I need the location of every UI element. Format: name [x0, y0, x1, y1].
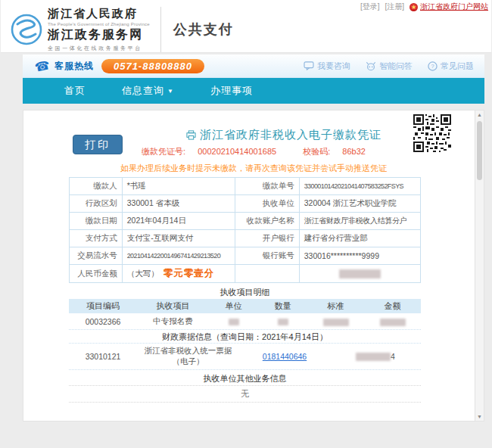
field-value: 330016**********9999 — [300, 247, 420, 264]
item-name: 中专报名费 — [137, 316, 209, 327]
question-circle-icon: ? — [428, 61, 438, 71]
info-row: 缴款人 *书瑶 缴款单号 3300010142021041407583252FS… — [70, 178, 420, 195]
voucher-number: 00020210414001685 — [198, 147, 276, 156]
info-row: 支付方式 支付宝-互联网支付 开户银行 建行省分行营业部 — [70, 230, 420, 247]
field-label: 人民币金额 — [70, 265, 123, 282]
faq-link[interactable]: ? 常见问题 — [428, 61, 474, 72]
chevron-down-icon: ▼ — [167, 88, 174, 95]
redacted-amount — [364, 316, 421, 325]
amount-value: （大写） 零元零壹分 — [123, 265, 235, 282]
divider — [69, 402, 421, 403]
nav-transact[interactable]: 办理事项 — [210, 84, 253, 98]
phone-icon: ☎ — [33, 58, 51, 75]
field-label — [235, 265, 300, 282]
field-label: 交易流水号 — [70, 247, 123, 264]
col-header: 单位 — [209, 300, 258, 312]
bill-name: 浙江省非税收入统一票据（电子） — [137, 346, 239, 367]
scrollbar[interactable]: ▲ ▼ — [475, 110, 484, 421]
redacted-amount — [300, 265, 420, 282]
site-tagline: 全国一体化在线政务服务平台 — [48, 45, 150, 52]
receipt-title: 浙江省政府非税收入电子缴款凭证 — [200, 128, 381, 142]
voucher-line: 缴款凭证号:00020210414001685 校验码:86b32 — [84, 146, 423, 157]
redacted-quantity — [258, 317, 307, 326]
account-bar: [登录] [注册] ★ 浙江省政府门户网站 — [360, 2, 488, 12]
nav-info-query[interactable]: 信息查询 ▼ — [122, 84, 174, 98]
field-label: 执收单位 — [235, 195, 300, 212]
field-value: *书瑶 — [123, 178, 235, 194]
redacted-standard — [307, 316, 364, 325]
redacted-bill-amount: 4 — [330, 352, 421, 362]
field-label: 缴款日期 — [70, 213, 123, 229]
field-value: 建行省分行营业部 — [300, 230, 420, 247]
item-code: 00032366 — [69, 317, 137, 326]
redacted-unit — [209, 317, 258, 326]
info-row: 缴款日期 2021年04月14日 收款账户名称 浙江省财政厅非税收入结算分户 — [70, 213, 420, 230]
col-header: 金额 — [364, 300, 421, 312]
field-value: 3300010142021041407583252FSYS — [300, 178, 420, 194]
site-header: [登录] [注册] ★ 浙江省政府门户网站 浙江省人民政府 The People… — [1, 0, 491, 53]
field-value: 330001 省本级 — [123, 195, 235, 212]
field-value: 浙江省财政厅非税收入结算分户 — [300, 213, 420, 229]
other-content: 无 — [69, 388, 421, 400]
receipt-title-row: 浙江省政府非税收入电子缴款凭证 — [129, 128, 438, 142]
field-value: 支付宝-互联网支付 — [123, 230, 235, 247]
site-brand: 浙江省人民政府 The People's Government of Zheji… — [10, 7, 234, 52]
col-header: 项目编码 — [69, 300, 137, 312]
warning-text: 如果办理后续业务时提示未缴款，请再次查询该凭证并尝试手动推送凭证 — [54, 163, 453, 174]
field-label: 银行账号 — [235, 247, 300, 264]
items-section-title: 执收项目明细 — [69, 287, 421, 298]
bill-section-title: 财政票据信息（查询日期：2021年4月14日） — [69, 331, 421, 343]
page-title: 公共支付 — [173, 20, 234, 39]
col-header: 数量 — [258, 300, 307, 312]
field-label: 收款账户名称 — [235, 213, 300, 229]
payment-info-table: 缴款人 *书瑶 缴款单号 3300010142021041407583252FS… — [69, 177, 421, 283]
smart-qa-link[interactable]: 智能问答 — [366, 61, 413, 72]
field-label: 缴款人 — [70, 178, 123, 194]
robot-icon — [366, 61, 376, 71]
scrollbar-thumb[interactable] — [477, 121, 482, 180]
site-logo-icon — [10, 13, 43, 46]
check-code: 86b32 — [342, 147, 366, 156]
speech-bubble-icon — [304, 61, 314, 70]
info-row: 交易流水号 2021041422001496741429213520 银行账号 … — [70, 247, 420, 265]
register-link[interactable]: [注册] — [385, 2, 404, 12]
items-table-header: 项目编码 执收项目 单位 数量 标准 金额 — [69, 299, 421, 313]
national-emblem-icon: ★ — [409, 3, 418, 11]
col-header: 执收项目 — [137, 300, 209, 312]
qr-code — [413, 114, 451, 152]
gov-name: 浙江省人民政府 — [48, 7, 150, 21]
login-link[interactable]: [登录] — [360, 2, 380, 12]
svg-text:?: ? — [431, 63, 434, 70]
receipt-panel: 打印 浙江省政府非税收入电子缴款凭证 缴款凭证号:000202104140016… — [23, 110, 484, 422]
nav-home[interactable]: 首页 — [64, 84, 86, 98]
field-value: 2021年04月14日 — [123, 213, 235, 229]
portal-link[interactable]: ★ 浙江省政府门户网站 — [409, 2, 488, 12]
scroll-down-icon[interactable]: ▼ — [475, 414, 484, 419]
hotline-label: 客服热线 — [54, 60, 94, 73]
info-row: 行政区划 330001 省本级 执收单位 320004 浙江艺术职业学院 — [70, 195, 420, 213]
field-label: 开户银行 — [235, 230, 300, 247]
item-row: 00032366 中专报名费 — [69, 313, 421, 330]
consult-link[interactable]: 我要咨询 — [304, 61, 350, 72]
field-value: 320004 浙江艺术职业学院 — [300, 195, 420, 212]
field-label: 缴款单号 — [235, 178, 300, 194]
bill-number-link[interactable]: 0181440646 — [263, 352, 307, 361]
divider — [69, 385, 421, 386]
site-name: 浙江政务服务网 — [48, 27, 150, 43]
amount-chinese: 零元零壹分 — [163, 267, 215, 280]
main-nav: 首页 信息查询 ▼ 办理事项 — [23, 78, 484, 104]
page: [登录] [注册] ★ 浙江省政府门户网站 浙江省人民政府 The People… — [0, 0, 492, 448]
hotline-number: 0571-88808880 — [101, 59, 204, 73]
hotline-bar: ☎ 客服热线 0571-88808880 我要咨询 智能问答 ? 常见问题 — [23, 54, 484, 78]
bill-code: 33010121 — [69, 352, 137, 361]
other-section-title: 执收单位其他业务信息 — [69, 373, 421, 384]
printer-icon — [186, 130, 196, 140]
amount-row: 人民币金额 （大写） 零元零壹分 — [70, 265, 420, 282]
field-label: 行政区划 — [70, 195, 123, 212]
field-label: 支付方式 — [70, 230, 123, 247]
bill-row: 33010121 浙江省非税收入统一票据（电子） 0181440646 4 — [69, 343, 421, 370]
scroll-up-icon[interactable]: ▲ — [475, 112, 484, 117]
gov-name-en: The People's Government of Zhejiang Prov… — [48, 22, 150, 26]
field-value: 2021041422001496741429213520 — [123, 247, 235, 264]
col-header: 标准 — [307, 300, 364, 312]
